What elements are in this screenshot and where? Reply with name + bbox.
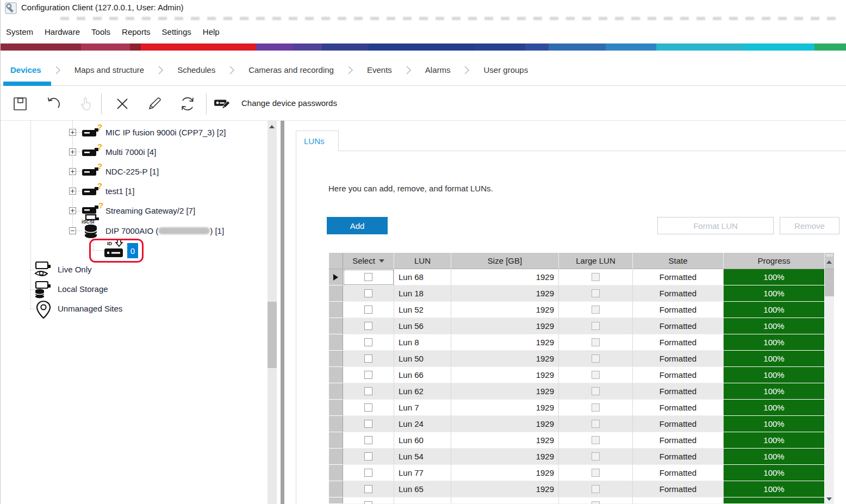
tree-item-lun-node-selected[interactable]: 0: [127, 243, 138, 258]
select-cell[interactable]: [343, 269, 394, 285]
large-lun-cell[interactable]: [559, 383, 633, 400]
table-row[interactable]: Lun 81929Formatted100%: [329, 334, 834, 351]
large-lun-checkbox[interactable]: [592, 387, 600, 395]
state-cell[interactable]: Formatted: [633, 367, 724, 383]
state-cell[interactable]: Formatted: [633, 481, 724, 497]
select-cell[interactable]: [343, 432, 394, 449]
table-row[interactable]: Lun 771929Formatted100%: [329, 465, 834, 481]
size-cell[interactable]: [451, 497, 559, 504]
size-cell[interactable]: 1929: [451, 432, 559, 449]
select-cell[interactable]: [343, 465, 394, 481]
large-lun-checkbox[interactable]: [592, 338, 600, 346]
large-lun-checkbox[interactable]: [592, 354, 600, 363]
size-cell[interactable]: 1929: [451, 351, 559, 367]
large-lun-cell[interactable]: [559, 481, 633, 497]
expand-plus-box[interactable]: [69, 207, 76, 214]
state-cell[interactable]: Formatted: [633, 465, 724, 481]
nav-tab-events[interactable]: Events: [367, 65, 392, 74]
large-lun-cell[interactable]: [559, 400, 633, 416]
select-checkbox[interactable]: [364, 469, 372, 477]
table-row[interactable]: Lun 661929Formatted100%: [329, 367, 834, 383]
menu-system[interactable]: System: [6, 27, 33, 36]
select-cell[interactable]: [343, 302, 394, 318]
column-header-state[interactable]: State: [633, 253, 724, 269]
size-cell[interactable]: 1929: [451, 400, 559, 416]
tree-item-test1[interactable]: test1 [1]: [105, 186, 134, 196]
select-checkbox[interactable]: [364, 501, 372, 504]
scroll-up-arrow-icon[interactable]: [269, 125, 275, 128]
column-header-large-lun[interactable]: Large LUN: [559, 253, 633, 269]
menu-reports[interactable]: Reports: [122, 27, 151, 36]
tree-item-multi-7000i[interactable]: Multi 7000i [4]: [105, 147, 156, 157]
large-lun-cell[interactable]: [559, 285, 633, 302]
select-checkbox[interactable]: [364, 485, 372, 493]
large-lun-checkbox[interactable]: [592, 273, 600, 281]
state-cell[interactable]: Formatted: [633, 416, 724, 432]
large-lun-checkbox[interactable]: [592, 501, 600, 504]
change-passwords-button[interactable]: [214, 95, 231, 113]
menu-settings[interactable]: Settings: [162, 27, 191, 36]
tree-scrollbar-thumb[interactable]: [268, 302, 277, 368]
row-header-cell[interactable]: [329, 285, 343, 302]
large-lun-checkbox[interactable]: [592, 322, 600, 330]
state-cell[interactable]: Formatted: [633, 302, 724, 318]
edit-button[interactable]: [146, 95, 163, 113]
tree-item-dip-7000aio[interactable]: DIP 7000AIO () [1]: [105, 226, 224, 235]
state-cell[interactable]: Formatted: [633, 269, 724, 285]
select-checkbox[interactable]: [364, 403, 372, 412]
select-checkbox[interactable]: [364, 273, 372, 281]
lun-cell[interactable]: Lun 65: [394, 481, 451, 497]
select-cell[interactable]: [343, 400, 394, 416]
lun-cell[interactable]: Lun 8: [394, 334, 451, 351]
lun-cell[interactable]: Lun 56: [394, 318, 451, 334]
undo-button[interactable]: [44, 95, 61, 113]
select-checkbox[interactable]: [364, 420, 372, 428]
large-lun-cell[interactable]: [559, 269, 633, 285]
lun-cell[interactable]: Lun 54: [394, 449, 451, 465]
size-cell[interactable]: 1929: [451, 481, 559, 497]
nav-tab-cameras-and-recording[interactable]: Cameras and recording: [248, 65, 334, 74]
row-header-cell[interactable]: [329, 400, 343, 416]
row-header-cell[interactable]: [329, 367, 343, 383]
large-lun-cell[interactable]: [559, 449, 633, 465]
tree-item-local-storage[interactable]: Local Storage: [58, 284, 108, 294]
change-passwords-label[interactable]: Change device passwords: [241, 98, 337, 108]
column-header-select[interactable]: Select: [343, 253, 394, 269]
table-row[interactable]: Lun 521929Formatted100%: [329, 302, 834, 318]
lun-cell[interactable]: [394, 497, 451, 504]
column-header-progress[interactable]: Progress: [724, 253, 825, 269]
row-header-cell[interactable]: [329, 351, 343, 367]
large-lun-cell[interactable]: [559, 432, 633, 449]
state-cell[interactable]: Formatted: [633, 383, 724, 400]
lun-cell[interactable]: Lun 62: [394, 383, 451, 400]
select-checkbox[interactable]: [364, 452, 372, 461]
large-lun-cell[interactable]: [559, 334, 633, 351]
table-row[interactable]: Lun 651929Formatted100%: [329, 481, 834, 497]
select-cell[interactable]: [343, 481, 394, 497]
tree-item-unmanaged-sites[interactable]: Unmanaged Sites: [58, 304, 122, 313]
table-row[interactable]: Lun 681929Formatted100%: [329, 269, 834, 285]
size-cell[interactable]: 1929: [451, 449, 559, 465]
row-header-cell[interactable]: [329, 497, 343, 504]
large-lun-cell[interactable]: [559, 416, 633, 432]
column-header-lun[interactable]: LUN: [394, 253, 451, 269]
column-header-size[interactable]: Size [GB]: [451, 253, 559, 269]
select-checkbox[interactable]: [364, 354, 372, 363]
table-scrollbar[interactable]: [825, 269, 834, 504]
select-cell[interactable]: [343, 449, 394, 465]
state-cell[interactable]: Formatted: [633, 351, 724, 367]
large-lun-cell[interactable]: [559, 497, 633, 504]
nav-tab-alarms[interactable]: Alarms: [425, 65, 451, 74]
size-cell[interactable]: 1929: [451, 318, 559, 334]
select-checkbox[interactable]: [364, 289, 372, 297]
select-checkbox[interactable]: [364, 306, 372, 314]
large-lun-cell[interactable]: [559, 367, 633, 383]
tree-scrollbar[interactable]: [268, 121, 277, 504]
size-cell[interactable]: 1929: [451, 285, 559, 302]
refresh-button[interactable]: [179, 95, 196, 113]
large-lun-cell[interactable]: [559, 302, 633, 318]
select-cell[interactable]: [343, 334, 394, 351]
tree-item-live-only[interactable]: Live Only: [58, 265, 92, 274]
collapse-minus-box[interactable]: [69, 227, 76, 234]
menu-hardware[interactable]: Hardware: [45, 27, 80, 36]
